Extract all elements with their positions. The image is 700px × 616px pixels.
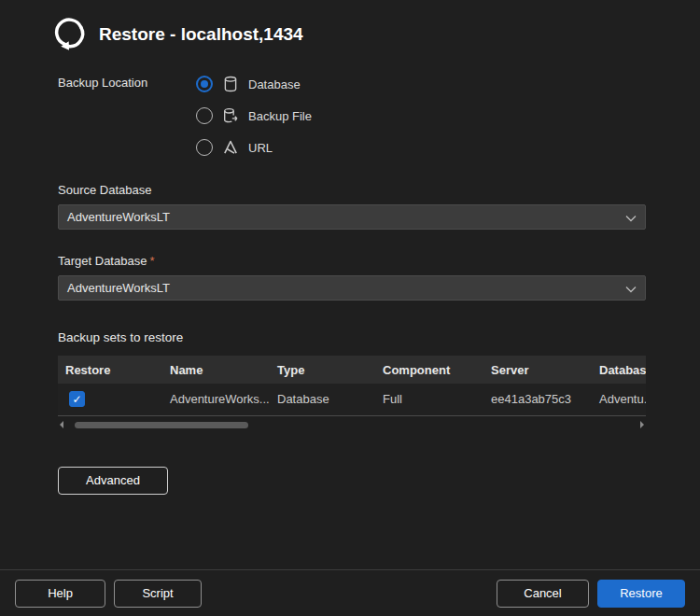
radio-button-url[interactable] bbox=[196, 139, 213, 156]
scrollbar-track[interactable] bbox=[69, 419, 635, 431]
cell-component: Full bbox=[375, 384, 483, 415]
script-button[interactable]: Script bbox=[114, 580, 202, 608]
backup-sets-table: Restore Name Type Component Server Datab… bbox=[58, 356, 646, 416]
restore-icon bbox=[52, 15, 91, 54]
scroll-right-arrow[interactable] bbox=[635, 419, 646, 430]
advanced-button[interactable]: Advanced bbox=[58, 467, 168, 495]
required-asterisk: * bbox=[149, 254, 154, 268]
target-database-label: Target Database* bbox=[58, 254, 646, 268]
radio-button-database[interactable] bbox=[196, 76, 213, 92]
table-header-row: Restore Name Type Component Server Datab… bbox=[58, 356, 646, 384]
restore-checkbox[interactable] bbox=[69, 391, 85, 407]
cell-database: Adventu... bbox=[592, 384, 646, 415]
chevron-down-icon bbox=[625, 286, 637, 293]
radio-option-backup-file[interactable]: Backup File bbox=[196, 105, 312, 127]
radio-option-database[interactable]: Database bbox=[196, 73, 312, 95]
source-database-dropdown[interactable]: AdventureWorksLT bbox=[58, 204, 646, 230]
cell-server: ee41a3ab75c3 bbox=[483, 384, 592, 415]
target-database-value: AdventureWorksLT bbox=[67, 281, 170, 295]
column-header-server[interactable]: Server bbox=[483, 356, 592, 384]
url-azure-icon bbox=[221, 138, 240, 157]
radio-button-backup-file[interactable] bbox=[196, 107, 213, 124]
database-icon bbox=[221, 75, 240, 93]
chevron-down-icon bbox=[625, 215, 637, 222]
backup-location-label: Backup Location bbox=[58, 73, 196, 159]
radio-option-url[interactable]: URL bbox=[196, 136, 312, 159]
backup-file-icon bbox=[221, 106, 240, 125]
radio-label-backup-file: Backup File bbox=[248, 109, 312, 123]
source-database-label: Source Database bbox=[58, 183, 646, 197]
backup-sets-label: Backup sets to restore bbox=[58, 330, 646, 344]
dialog-title: Restore - localhost,1434 bbox=[99, 24, 303, 45]
column-header-type[interactable]: Type bbox=[270, 356, 375, 384]
backup-location-section: Backup Location Database bbox=[58, 73, 646, 159]
help-button[interactable]: Help bbox=[15, 580, 105, 608]
column-header-component[interactable]: Component bbox=[375, 356, 483, 384]
horizontal-scrollbar[interactable] bbox=[58, 419, 646, 431]
dialog-body: Backup Location Database bbox=[0, 73, 700, 495]
restore-button[interactable]: Restore bbox=[597, 580, 685, 608]
dialog-footer: Help Script Cancel Restore bbox=[0, 569, 700, 616]
source-database-value: AdventureWorksLT bbox=[67, 210, 170, 224]
column-header-restore[interactable]: Restore bbox=[58, 356, 162, 384]
cell-name: AdventureWorks... bbox=[162, 384, 270, 415]
radio-label-url: URL bbox=[248, 141, 273, 155]
target-database-dropdown[interactable]: AdventureWorksLT bbox=[58, 275, 646, 301]
cell-type: Database bbox=[270, 384, 375, 415]
cancel-button[interactable]: Cancel bbox=[497, 580, 589, 608]
scroll-left-arrow[interactable] bbox=[58, 419, 69, 430]
dialog-header: Restore - localhost,1434 bbox=[0, 0, 700, 54]
column-header-database[interactable]: Database bbox=[592, 356, 646, 384]
table-row[interactable]: AdventureWorks... Database Full ee41a3ab… bbox=[58, 384, 646, 415]
backup-location-radio-group: Database Backup File bbox=[196, 73, 312, 159]
scrollbar-thumb[interactable] bbox=[75, 422, 248, 428]
radio-label-database: Database bbox=[248, 77, 301, 91]
column-header-name[interactable]: Name bbox=[162, 356, 270, 384]
